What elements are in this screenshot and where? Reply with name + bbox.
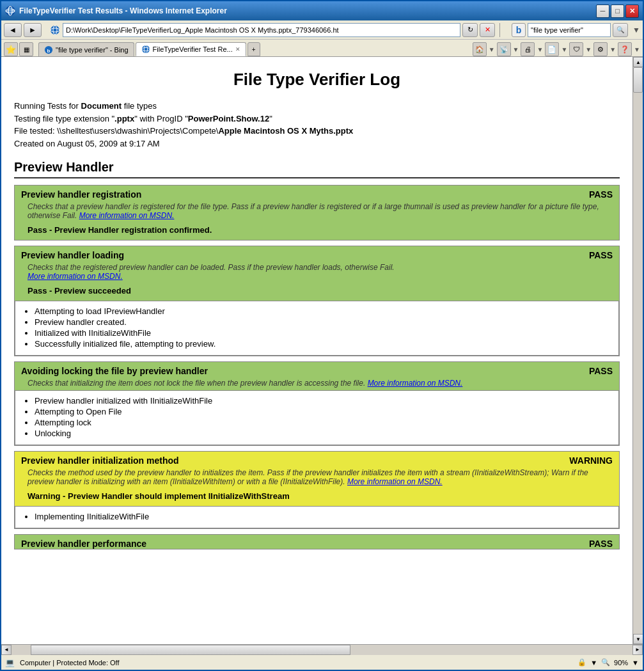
- bing-tab-label: "file type verifier" - Bing: [56, 46, 129, 54]
- tab-ftv[interactable]: FileTypeVerifier Test Re... ✕: [136, 42, 246, 56]
- meta-ext: .pptx: [114, 114, 134, 123]
- msdn-link-2[interactable]: More information on MSDN.: [27, 272, 123, 281]
- vertical-scrollbar[interactable]: ▲ ▼: [632, 57, 643, 644]
- computer-icon: 💻: [5, 658, 15, 667]
- print-dropdown[interactable]: ▼: [537, 46, 543, 53]
- svg-text:b: b: [47, 47, 50, 53]
- close-button[interactable]: ✕: [625, 4, 639, 18]
- tab-bing[interactable]: b "file type verifier" - Bing: [38, 42, 134, 56]
- svg-point-4: [51, 26, 59, 35]
- test-title-performance: Preview handler performance: [21, 539, 146, 549]
- window-title: FileTypeVerifier Test Results - Windows …: [19, 6, 596, 15]
- meta-line4: Created on August 05, 2009 at 9:17 AM: [14, 138, 620, 150]
- detail-item: Preview handler created.: [35, 317, 612, 327]
- address-bar: ◄ ► ↻ ✕ b 🔍 ▼: [1, 20, 643, 40]
- favorites-button[interactable]: ⭐: [4, 42, 18, 56]
- scroll-left-button[interactable]: ◄: [1, 645, 12, 655]
- meta-line2: Testing file type extension ".pptx" with…: [14, 113, 620, 125]
- test-result-init: WARNING: [569, 455, 613, 466]
- test-result-performance: PASS: [589, 539, 613, 549]
- h-scroll-thumb[interactable]: [31, 645, 350, 655]
- status-bar: 💻 Computer | Protected Mode: Off 🔒 ▼ 🔍 9…: [1, 654, 643, 670]
- section-title: Preview Handler: [14, 160, 620, 178]
- lock-icon: 🔒: [577, 658, 586, 667]
- content-area: File Type Verifier Log Running Tests for…: [1, 57, 643, 644]
- rss-dropdown[interactable]: ▼: [513, 46, 519, 53]
- test-result-locking: PASS: [589, 366, 613, 376]
- scroll-thumb[interactable]: [633, 67, 643, 93]
- scroll-right-button[interactable]: ►: [632, 645, 643, 655]
- tools-button[interactable]: ⚙: [593, 42, 608, 56]
- help-dropdown[interactable]: ▼: [634, 46, 640, 53]
- safety-button[interactable]: 🛡: [569, 42, 583, 56]
- search-options-button[interactable]: ▼: [632, 26, 640, 35]
- search-input[interactable]: [528, 23, 611, 37]
- scroll-up-button[interactable]: ▲: [633, 57, 643, 67]
- forward-button[interactable]: ►: [24, 23, 42, 37]
- scroll-track[interactable]: [633, 67, 643, 634]
- horizontal-scrollbar[interactable]: ◄ ►: [1, 644, 643, 654]
- meta-info: Running Tests for Document file types Te…: [14, 100, 620, 150]
- test-details-loading: Attempting to load IPreviewHandler Previ…: [15, 301, 619, 356]
- status-text: Computer | Protected Mode: Off: [20, 659, 572, 667]
- tabs-bar: ⭐ ▦ b "file type verifier" - Bing FileTy…: [1, 40, 643, 56]
- test-header-locking: Avoiding locking the file by preview han…: [15, 362, 619, 390]
- status-right: 🔒 ▼ 🔍 90% ▼: [577, 658, 639, 667]
- stop-button[interactable]: ✕: [480, 23, 495, 37]
- msdn-link-4[interactable]: More information on MSDN.: [347, 477, 443, 486]
- home-button[interactable]: 🏠: [473, 42, 487, 56]
- safety-dropdown[interactable]: ▼: [585, 46, 592, 53]
- rss-button[interactable]: 📡: [497, 42, 511, 56]
- address-input[interactable]: [63, 23, 460, 37]
- test-pass-msg-init: Warning - Preview Handler should impleme…: [21, 489, 613, 506]
- maximize-button[interactable]: □: [611, 4, 624, 18]
- test-pass-msg-loading: Pass - Preview succeeded: [21, 283, 613, 301]
- svg-point-9: [141, 45, 149, 53]
- address-icon: [49, 24, 61, 36]
- search-go-button[interactable]: 🔍: [613, 23, 628, 37]
- tab-close-button[interactable]: ✕: [235, 46, 240, 52]
- zoom-label: 🔍: [601, 658, 610, 667]
- title-bar: FileTypeVerifier Test Results - Windows …: [1, 1, 643, 20]
- refresh-button[interactable]: ↻: [462, 23, 478, 37]
- test-card-loading: Preview handler loading PASS Checks that…: [14, 246, 620, 356]
- toolbar-area: ◄ ► ↻ ✕ b 🔍 ▼: [1, 20, 643, 57]
- test-header-registration: Preview handler registration PASS Checks…: [15, 186, 619, 240]
- test-desc-init: Checks the method used by the preview ha…: [21, 466, 613, 489]
- zoom-dropdown[interactable]: ▼: [632, 659, 639, 667]
- ie-icon: [5, 6, 15, 16]
- detail-item: Attempting to Open File: [35, 407, 612, 416]
- msdn-link-3[interactable]: More information on MSDN.: [368, 379, 463, 388]
- test-card-performance: Preview handler performance PASS: [14, 534, 620, 549]
- page-content[interactable]: File Type Verifier Log Running Tests for…: [1, 57, 632, 644]
- lock-dropdown[interactable]: ▼: [590, 659, 597, 667]
- home-dropdown[interactable]: ▼: [489, 46, 495, 53]
- detail-item: Attempting lock: [35, 418, 612, 427]
- page-dropdown[interactable]: ▼: [561, 46, 567, 53]
- test-desc-registration: Checks that a preview handler is registe…: [21, 200, 613, 223]
- test-card-locking: Avoiding locking the file by preview han…: [14, 361, 620, 446]
- back-button[interactable]: ◄: [4, 23, 22, 37]
- test-card-init: Preview handler initialization method WA…: [14, 451, 620, 529]
- h-scroll-track[interactable]: [12, 645, 632, 655]
- print-button[interactable]: 🖨: [521, 42, 535, 56]
- zoom-level: 90%: [614, 659, 628, 667]
- detail-item: Unlocking: [35, 429, 612, 438]
- tools-dropdown[interactable]: ▼: [609, 46, 616, 53]
- ftv-tab-label: FileTypeVerifier Test Re...: [153, 45, 233, 53]
- page-button[interactable]: 📄: [545, 42, 559, 56]
- test-details-init: Implementing IInitializeWithFile: [15, 506, 619, 528]
- test-pass-msg-registration: Pass - Preview Handler registration conf…: [21, 223, 613, 240]
- test-title-init: Preview handler initialization method: [21, 455, 179, 466]
- help-button[interactable]: ❓: [618, 42, 632, 56]
- msdn-link-1[interactable]: More information on MSDN.: [79, 211, 175, 220]
- tabs-list-button[interactable]: ▦: [19, 42, 33, 56]
- meta-filetype: Document: [81, 101, 122, 111]
- detail-item: Initialized with IInitializeWithFile: [35, 328, 612, 338]
- scroll-down-button[interactable]: ▼: [633, 634, 643, 644]
- minimize-button[interactable]: ─: [596, 4, 609, 18]
- meta-progid: PowerPoint.Show.12: [188, 114, 269, 123]
- new-tab-button[interactable]: +: [247, 42, 260, 56]
- test-details-locking: Preview handler initialized with IInitia…: [15, 390, 619, 445]
- test-header-performance: Preview handler performance PASS: [15, 535, 619, 549]
